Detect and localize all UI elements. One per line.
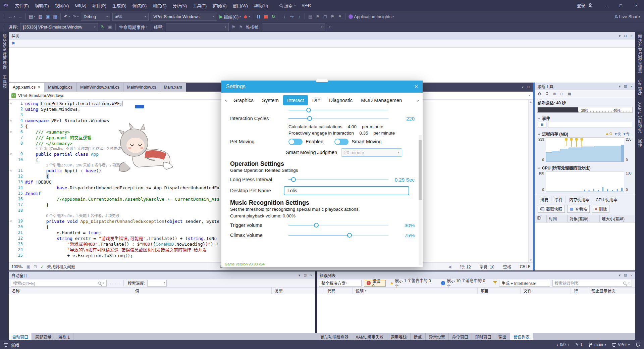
live-share-button[interactable]: Live Share (612, 13, 641, 21)
tool-window-tab[interactable]: 命令窗口 (449, 333, 472, 340)
memory-badge[interactable]: G (606, 132, 612, 136)
zoom-out-icon[interactable]: ⊖ (560, 92, 564, 96)
error-column-header[interactable]: 项目 (478, 288, 521, 294)
autos-column-header[interactable]: 名称 (9, 288, 132, 294)
smart-moving-toggle[interactable] (334, 139, 348, 145)
fold-marker[interactable]: ⊟ (9, 151, 14, 157)
pet-name-input[interactable]: Lolis (284, 186, 409, 195)
solution-configuration-dropdown[interactable]: Debug▾ (81, 13, 110, 21)
application-insights-button[interactable]: Application Insights ▾ (347, 13, 395, 21)
codelens-text[interactable]: 0 个引用|ZouJin，1 天前|1 名作者，4 项更改 (25, 213, 119, 218)
events-section-header[interactable]: ▲ 事件 (535, 114, 635, 122)
tool-window-tab[interactable]: 属性 (637, 139, 643, 148)
menu-item[interactable]: 文件(F) (12, 0, 32, 11)
trigger-volume-slider[interactable] (288, 222, 388, 228)
editor-scrollbar[interactable]: ▲ ▼ (528, 100, 533, 262)
menu-item[interactable]: 分析(N) (170, 0, 190, 11)
diagnostics-action-button[interactable]: ×删除 (592, 205, 609, 213)
git-sync-status[interactable]: ↓ 0/0 ↑ (556, 342, 570, 347)
tool-window-tab[interactable]: 异常设置 (426, 333, 449, 340)
error-column-header[interactable]: 说明▾ (353, 288, 478, 294)
close-icon[interactable]: × (631, 273, 633, 277)
step-out-button[interactable]: ↑ (296, 13, 303, 21)
close-icon[interactable]: × (310, 273, 312, 277)
export-icon[interactable]: ↧ (545, 92, 549, 96)
stack-frame-dropdown[interactable]: ▾ (262, 23, 325, 31)
tool-window-tab[interactable]: 即时窗口 (472, 333, 495, 340)
autos-search-input[interactable]: 搜索(Ctrl+E) ▾ (11, 280, 107, 287)
navigate-forward-button[interactable]: → (16, 13, 24, 21)
settings-tab[interactable]: Diagnostic (325, 95, 357, 105)
menu-item[interactable]: 调试(D) (129, 0, 150, 11)
snapshot-column-header[interactable]: ID (535, 215, 547, 222)
error-column-header[interactable]: 代码 (324, 288, 353, 294)
editor-tab[interactable]: Main.xam (160, 83, 186, 92)
gear-icon[interactable]: ⚙ (538, 92, 541, 96)
snapshot-column-header[interactable]: 堆大小(差异) (600, 215, 635, 222)
long-press-slider[interactable] (288, 177, 388, 183)
pin-icon[interactable]: ⊡ (624, 34, 627, 38)
save-button[interactable]: ▣ (44, 13, 51, 21)
memory-badge[interactable]: ▼专... (623, 131, 632, 136)
menu-item[interactable]: 编辑(E) (32, 0, 52, 11)
doc-health-icon[interactable]: ▣ (26, 264, 30, 269)
tool-window-tab[interactable]: 解决方案资源管理器 (637, 34, 643, 73)
task-panel-header[interactable]: 任务 ▾ ⊡ × (9, 32, 635, 40)
codelens-text[interactable]: 1 个引用|ZouJin，196 天前|1 名作者，2 项更改 (25, 163, 123, 168)
tool-window-tab[interactable]: XAML 绑定失败 (352, 333, 387, 340)
hot-reload-button[interactable]: ▾ (242, 13, 251, 21)
tabs-scroll-left-icon[interactable]: ‹ (223, 97, 229, 103)
search-depth-stepper[interactable]: ▲▼ (147, 280, 167, 287)
bookmark-button[interactable]: ⚑ (314, 13, 321, 21)
interaction-cycles-slider[interactable] (288, 115, 388, 121)
navigate-back-button[interactable]: ←▾ (7, 13, 16, 21)
vpet-mascot[interactable] (113, 121, 176, 176)
close-icon[interactable]: × (631, 34, 633, 38)
menu-item[interactable]: 帮助(H) (251, 0, 271, 11)
maximize-button[interactable]: □ (613, 0, 629, 11)
close-icon[interactable]: × (631, 84, 633, 88)
tool-window-tab[interactable]: XAML 实时预览 (637, 102, 643, 133)
tool-window-tab[interactable]: 辅助功能检查器 (317, 333, 352, 340)
redo-button[interactable]: ↷▾ (71, 13, 80, 21)
memory-badge[interactable]: ▼快 (614, 131, 621, 136)
tool-window-tab[interactable]: 输出 (495, 333, 510, 340)
flag-thread-button[interactable]: ⚑ (230, 23, 237, 31)
dialog-grip[interactable] (316, 79, 328, 82)
task-flag-icon[interactable]: ⚑ (11, 41, 15, 46)
autos-column-header[interactable]: 值 (132, 288, 272, 294)
tool-window-tab[interactable]: 工具箱 (2, 75, 7, 88)
diagnostics-action-button[interactable]: 截取快照 (538, 205, 565, 213)
pin-icon[interactable]: ⊡ (304, 273, 307, 278)
errors-filter-button[interactable]: × 错误 0 (364, 280, 386, 287)
messages-filter-button[interactable]: i 展示 10 个消息中的 0 个 (439, 280, 491, 287)
dialog-scrollbar[interactable] (419, 135, 422, 265)
refresh-process-button[interactable]: ↻ (99, 23, 106, 31)
settings-tab[interactable]: Graphics (229, 95, 258, 105)
climax-volume-slider[interactable] (288, 232, 388, 238)
scroll-up-icon[interactable]: ▲ (530, 100, 532, 103)
comment-button[interactable]: ⊡ (321, 13, 329, 21)
line-indicator[interactable]: 行: 12 (460, 264, 471, 269)
pet-moving-toggle[interactable] (288, 139, 303, 145)
menu-item[interactable]: 窗口(W) (230, 0, 251, 11)
spaces-indicator[interactable]: 空格 (503, 264, 511, 269)
flag1-button[interactable]: ⚑ (329, 13, 336, 21)
column-indicator[interactable]: 字符: 10 (480, 264, 494, 269)
tool-window-tab[interactable]: Git 更改 (637, 80, 643, 96)
dialog-close-button[interactable]: × (414, 83, 418, 90)
minimize-button[interactable]: – (598, 0, 613, 11)
zoom-in-icon[interactable]: ⊕ (553, 92, 556, 96)
tool-window-tab[interactable]: 错误列表 (510, 333, 533, 340)
error-grid[interactable] (317, 294, 635, 333)
chart-icon[interactable]: ▤ (568, 92, 571, 96)
tool-window-tab[interactable]: 监视 1 (55, 333, 73, 340)
window-position-icon[interactable]: ▾ (619, 84, 621, 89)
error-column-header[interactable]: 行 (571, 288, 588, 294)
restart-button[interactable]: ↻ (270, 13, 277, 21)
dialog-titlebar[interactable]: Settings × (221, 81, 423, 93)
toolbar-grip[interactable] (3, 14, 4, 19)
editor-tab[interactable]: App.xaml.cs× (9, 83, 44, 92)
step-into-button[interactable]: ↓ (281, 13, 288, 21)
fold-marker[interactable]: ⊟ (9, 118, 14, 123)
